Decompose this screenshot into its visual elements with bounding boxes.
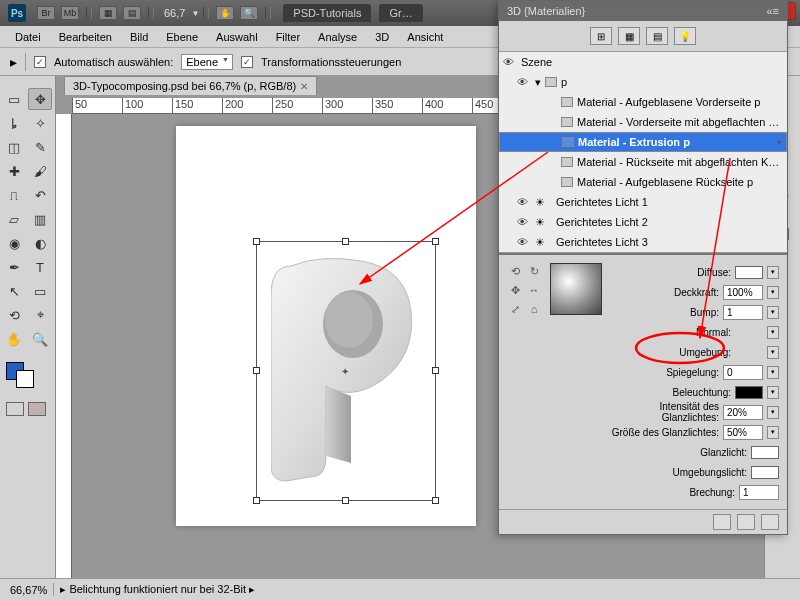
background-color[interactable] bbox=[16, 370, 34, 388]
scale-tool-icon[interactable]: ⤢ bbox=[507, 301, 523, 317]
workspace-tab-2[interactable]: Gr… bbox=[379, 4, 422, 22]
quickmask-on[interactable] bbox=[28, 402, 46, 416]
illum-swatch[interactable] bbox=[735, 386, 763, 399]
zoom-tool[interactable]: 🔍 bbox=[28, 328, 52, 350]
eye-icon[interactable]: 👁 bbox=[503, 56, 517, 68]
render-button[interactable] bbox=[713, 514, 731, 530]
wand-tool[interactable]: ✧ bbox=[28, 112, 52, 134]
light-row[interactable]: 👁☀ Gerichtetes Licht 2 bbox=[499, 212, 787, 232]
material-row[interactable]: Material - Aufgeblasene Vorderseite p bbox=[499, 92, 787, 112]
dodge-tool[interactable]: ◐ bbox=[28, 232, 52, 254]
marquee-tool[interactable]: ▭ bbox=[2, 88, 26, 110]
hand-tool[interactable]: ✋ bbox=[2, 328, 26, 350]
eraser-tool[interactable]: ▱ bbox=[2, 208, 26, 230]
3d-rotate-tool[interactable]: ⟲ bbox=[2, 304, 26, 326]
refl-field[interactable]: 0 bbox=[723, 365, 763, 380]
eyedropper-tool[interactable]: ✎ bbox=[28, 136, 52, 158]
material-row[interactable]: Material - Rückseite mit abgeflachten K… bbox=[499, 152, 787, 172]
transform-controls-checkbox[interactable]: ✓ bbox=[241, 56, 253, 68]
panel-menu-icon[interactable]: «≡ bbox=[766, 5, 779, 17]
filter-scene-button[interactable]: ⊞ bbox=[590, 27, 612, 45]
gradient-tool[interactable]: ▥ bbox=[28, 208, 52, 230]
quickmask-off[interactable] bbox=[6, 402, 24, 416]
spec-swatch[interactable] bbox=[751, 446, 779, 459]
menu-analysis[interactable]: Analyse bbox=[309, 28, 366, 46]
eye-icon[interactable]: 👁 bbox=[517, 76, 531, 88]
material-row-selected[interactable]: Material - Extrusion p bbox=[499, 132, 787, 152]
bridge-button[interactable]: Br bbox=[37, 6, 55, 20]
eye-icon[interactable]: 👁 bbox=[517, 236, 531, 248]
handle-bc[interactable] bbox=[342, 497, 349, 504]
menu-3d[interactable]: 3D bbox=[366, 28, 398, 46]
menu-file[interactable]: Datei bbox=[6, 28, 50, 46]
menu-filter[interactable]: Filter bbox=[267, 28, 309, 46]
diffuse-menu[interactable]: ▾ bbox=[767, 266, 779, 279]
handle-rc[interactable] bbox=[432, 367, 439, 374]
handle-bl[interactable] bbox=[253, 497, 260, 504]
close-icon[interactable]: ✕ bbox=[300, 81, 308, 92]
bump-field[interactable]: 1 bbox=[723, 305, 763, 320]
gloss-int-menu[interactable]: ▾ bbox=[767, 406, 779, 419]
auto-select-mode[interactable]: Ebene bbox=[181, 54, 233, 70]
crop-tool[interactable]: ◫ bbox=[2, 136, 26, 158]
lasso-tool[interactable]: ȴ bbox=[2, 112, 26, 134]
menu-edit[interactable]: Bearbeiten bbox=[50, 28, 121, 46]
new-light-button[interactable] bbox=[737, 514, 755, 530]
scene-mesh-p[interactable]: 👁▾ p bbox=[499, 72, 787, 92]
stamp-tool[interactable]: ⎍ bbox=[2, 184, 26, 206]
pen-tool[interactable]: ✒ bbox=[2, 256, 26, 278]
shape-tool[interactable]: ▭ bbox=[28, 280, 52, 302]
handle-tc[interactable] bbox=[342, 238, 349, 245]
normal-menu[interactable]: ▾ bbox=[767, 326, 779, 339]
heal-tool[interactable]: ✚ bbox=[2, 160, 26, 182]
illum-menu[interactable]: ▾ bbox=[767, 386, 779, 399]
hand-button[interactable]: ✋ bbox=[216, 6, 234, 20]
gloss-int-field[interactable]: 20% bbox=[723, 405, 763, 420]
trash-button[interactable] bbox=[761, 514, 779, 530]
zoom-display[interactable]: 66,7 bbox=[164, 7, 185, 19]
scene-root[interactable]: 👁Szene bbox=[499, 52, 787, 72]
roll-tool-icon[interactable]: ↻ bbox=[526, 263, 542, 279]
light-row[interactable]: 👁☀ Gerichtetes Licht 3 bbox=[499, 232, 787, 252]
path-tool[interactable]: ↖ bbox=[2, 280, 26, 302]
gloss-size-menu[interactable]: ▾ bbox=[767, 426, 779, 439]
menu-layer[interactable]: Ebene bbox=[157, 28, 207, 46]
handle-tr[interactable] bbox=[432, 238, 439, 245]
handle-br[interactable] bbox=[432, 497, 439, 504]
document-tab[interactable]: 3D-Typocomposing.psd bei 66,7% (p, RGB/8… bbox=[64, 76, 317, 95]
rotate-tool-icon[interactable]: ⟲ bbox=[507, 263, 523, 279]
panel-title-bar[interactable]: 3D {Materialien} «≡ bbox=[499, 1, 787, 21]
opacity-field[interactable]: 100% bbox=[723, 285, 763, 300]
auto-select-checkbox[interactable]: ✓ bbox=[34, 56, 46, 68]
env-menu[interactable]: ▾ bbox=[767, 346, 779, 359]
home-tool-icon[interactable]: ⌂ bbox=[526, 301, 542, 317]
filter-materials-button[interactable]: ▤ bbox=[646, 27, 668, 45]
workspace-tab[interactable]: PSD-Tutorials bbox=[283, 4, 371, 22]
material-preview-sphere[interactable] bbox=[550, 263, 602, 315]
zoom-button[interactable]: 🔍 bbox=[240, 6, 258, 20]
bump-menu[interactable]: ▾ bbox=[767, 306, 779, 319]
transform-bounding-box[interactable]: ✦ bbox=[256, 241, 436, 501]
scene-tree[interactable]: 👁Szene 👁▾ p Material - Aufgeblasene Vord… bbox=[499, 52, 787, 253]
type-tool[interactable]: T bbox=[28, 256, 52, 278]
filter-lights-button[interactable]: 💡 bbox=[674, 27, 696, 45]
view-extras-button[interactable]: ▦ bbox=[99, 6, 117, 20]
material-row[interactable]: Material - Vorderseite mit abgeflachten … bbox=[499, 112, 787, 132]
gloss-size-field[interactable]: 50% bbox=[723, 425, 763, 440]
eye-icon[interactable]: 👁 bbox=[517, 196, 531, 208]
diffuse-swatch[interactable] bbox=[735, 266, 763, 279]
handle-tl[interactable] bbox=[253, 238, 260, 245]
menu-view[interactable]: Ansicht bbox=[398, 28, 452, 46]
slide-tool-icon[interactable]: ↔ bbox=[526, 282, 542, 298]
history-brush-tool[interactable]: ↶ bbox=[28, 184, 52, 206]
menu-select[interactable]: Auswahl bbox=[207, 28, 267, 46]
move-tool[interactable]: ✥ bbox=[28, 88, 52, 110]
handle-lc[interactable] bbox=[253, 367, 260, 374]
view-guides-button[interactable]: ▤ bbox=[123, 6, 141, 20]
brush-tool[interactable]: 🖌 bbox=[28, 160, 52, 182]
refr-field[interactable]: 1 bbox=[739, 485, 779, 500]
3d-camera-tool[interactable]: ⌖ bbox=[28, 304, 52, 326]
refl-menu[interactable]: ▾ bbox=[767, 366, 779, 379]
blur-tool[interactable]: ◉ bbox=[2, 232, 26, 254]
light-row[interactable]: 👁☀ Gerichtetes Licht 1 bbox=[499, 192, 787, 212]
